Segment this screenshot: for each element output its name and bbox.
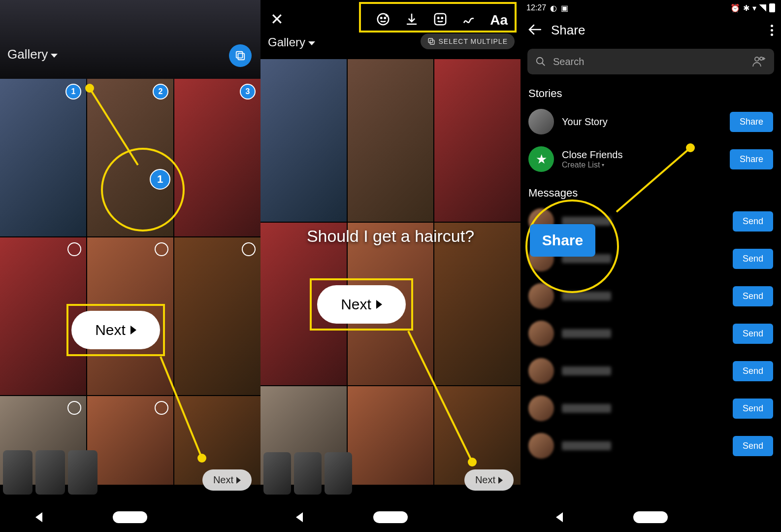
message-row: Send — [521, 277, 781, 315]
chevron-right-icon — [236, 477, 241, 484]
multi-select-icon — [235, 50, 246, 61]
tray-thumb[interactable] — [294, 452, 322, 495]
text-button[interactable]: Aa — [490, 12, 508, 28]
nav-home[interactable] — [633, 511, 668, 523]
unselected-circle — [67, 242, 81, 256]
tray-thumb[interactable] — [68, 450, 98, 495]
gallery-dropdown[interactable]: Gallery — [7, 47, 58, 62]
add-people-icon[interactable] — [752, 56, 766, 67]
status-bar: 12:27 ◐ ▣ ⏰ ✱ ▾ — [521, 0, 781, 16]
send-button[interactable]: Send — [733, 249, 773, 269]
tray-thumb[interactable] — [325, 452, 352, 495]
gallery-thumb[interactable] — [174, 237, 260, 395]
select-multiple-button[interactable] — [229, 44, 252, 67]
next-button-small[interactable]: Next — [202, 469, 252, 491]
chevron-down-icon — [51, 54, 58, 58]
android-nav — [0, 502, 260, 532]
nav-home[interactable] — [113, 511, 147, 523]
draw-button[interactable] — [461, 12, 476, 29]
send-button[interactable]: Send — [733, 324, 773, 344]
close-friends-row: ★ Close Friends Create List▾ Share — [521, 140, 781, 178]
nav-back[interactable] — [296, 512, 303, 522]
share-button-big[interactable]: Share — [530, 224, 595, 257]
svg-point-11 — [442, 17, 443, 19]
chevron-right-icon — [498, 477, 503, 484]
tray-thumb[interactable] — [35, 450, 65, 495]
search-input[interactable]: Search — [527, 49, 774, 74]
back-button[interactable] — [528, 24, 541, 37]
close-button[interactable]: ✕ — [270, 10, 284, 29]
share-button[interactable]: Share — [730, 112, 773, 132]
next-label: Next — [475, 474, 495, 486]
effects-icon — [376, 12, 390, 27]
close-icon: ✕ — [270, 10, 284, 28]
selection-badge: 1 — [65, 84, 81, 100]
chevron-down-icon — [308, 41, 315, 45]
message-row: Send — [521, 352, 781, 390]
gallery-thumb[interactable] — [348, 59, 434, 222]
avatar — [528, 321, 554, 346]
next-label: Next — [213, 474, 233, 486]
your-story-label: Your Story — [562, 116, 722, 128]
message-row: Send — [521, 390, 781, 427]
status-time: 12:27 — [526, 3, 546, 12]
app-icon: ◐ — [550, 3, 557, 13]
gallery-thumb[interactable]: 1 — [0, 79, 86, 236]
select-multiple-label: SELECT MULTIPLE — [438, 37, 508, 45]
blurred-name — [562, 329, 611, 338]
gallery-grid-row1 — [260, 59, 521, 222]
panel-gallery-select: Gallery 1 2 3 Next 1 Next — [0, 0, 260, 532]
blurred-name — [562, 441, 611, 450]
more-button[interactable] — [771, 25, 773, 36]
stories-header: Stories — [521, 78, 781, 103]
select-multiple-pill[interactable]: SELECT MULTIPLE — [421, 33, 515, 49]
send-button[interactable]: Send — [733, 211, 773, 232]
title-bar: Share — [521, 16, 781, 45]
gallery-thumb[interactable] — [87, 396, 173, 485]
selected-tray — [3, 450, 98, 495]
blurred-name — [562, 292, 611, 300]
gallery-thumb[interactable] — [260, 223, 347, 385]
close-friends-avatar: ★ — [528, 146, 554, 172]
selected-tray — [263, 452, 352, 495]
svg-line-17 — [542, 63, 545, 66]
effects-button[interactable] — [376, 12, 390, 29]
gallery-thumb[interactable]: 2 — [87, 79, 173, 236]
nav-back[interactable] — [556, 512, 563, 522]
gallery-thumb[interactable] — [260, 59, 347, 222]
send-button[interactable]: Send — [733, 399, 773, 419]
unselected-circle — [242, 242, 256, 256]
gallery-thumb[interactable] — [348, 223, 434, 385]
gallery-grid-row2 — [0, 237, 260, 395]
unselected-circle — [67, 401, 81, 415]
send-button[interactable]: Send — [733, 361, 773, 381]
editor-toolbar: Aa — [369, 7, 515, 33]
share-button[interactable]: Share — [730, 149, 773, 169]
download-button[interactable] — [404, 12, 419, 29]
next-button-small[interactable]: Next — [464, 469, 514, 491]
gallery-label: Gallery — [268, 35, 305, 49]
tray-thumb[interactable] — [263, 452, 291, 495]
sticker-button[interactable] — [433, 12, 448, 29]
panel-share: 12:27 ◐ ▣ ⏰ ✱ ▾ Share Search Stories You… — [521, 0, 781, 532]
gallery-label: Gallery — [7, 47, 48, 62]
create-list-link[interactable]: Create List▾ — [562, 161, 722, 169]
svg-rect-13 — [430, 40, 435, 44]
gallery-thumb[interactable] — [348, 386, 434, 485]
nav-back[interactable] — [35, 512, 42, 522]
gallery-thumb[interactable] — [87, 237, 173, 395]
gallery-thumb[interactable]: 3 — [174, 79, 260, 236]
nav-home[interactable] — [373, 511, 408, 523]
tray-thumb[interactable] — [3, 450, 33, 495]
gallery-dropdown[interactable]: Gallery — [268, 35, 315, 49]
send-button[interactable]: Send — [733, 436, 773, 456]
svg-point-10 — [438, 17, 439, 19]
gallery-thumb[interactable] — [434, 59, 521, 222]
story-caption[interactable]: Should I get a haircut? — [260, 227, 521, 246]
svg-point-16 — [537, 58, 543, 64]
gallery-thumb[interactable] — [0, 237, 86, 395]
close-friends-label: Close Friends — [562, 149, 722, 161]
gallery-thumb[interactable] — [434, 223, 521, 385]
avatar — [528, 109, 554, 134]
send-button[interactable]: Send — [733, 286, 773, 306]
